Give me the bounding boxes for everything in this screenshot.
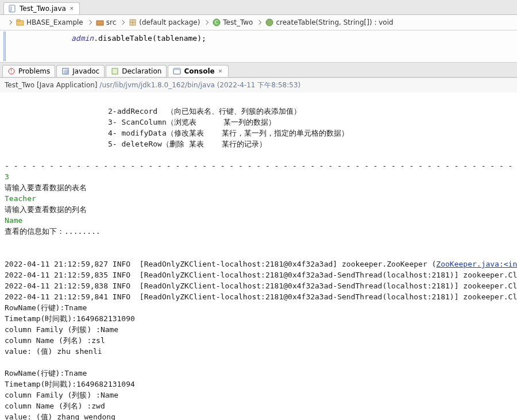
console-line: Timetamp(时间戳):1649682131094: [5, 380, 135, 388]
svg-text:J: J: [10, 6, 11, 11]
chevron-right-icon: [7, 20, 12, 25]
breadcrumb-src[interactable]: src: [96, 18, 117, 26]
folder-icon: [96, 18, 104, 26]
console-line: column Family (列簇) :Name: [5, 325, 118, 334]
method-icon: [265, 18, 273, 26]
class-icon: C: [213, 18, 221, 26]
editor-tab-label: Test_Two.java: [20, 5, 66, 13]
tab-console-label: Console: [184, 67, 214, 75]
tab-javadoc[interactable]: @ Javadoc: [56, 65, 105, 77]
console-input: Teacher: [5, 194, 36, 203]
console-line: RowName(行键):Tname: [5, 303, 87, 312]
console-log: 2022-04-11 21:12:59,827 INFO [ReadOnlyZK…: [5, 260, 436, 268]
breadcrumb: HBASE_Example src (default package) C Te…: [0, 15, 517, 30]
svg-text:!: !: [10, 69, 12, 74]
console-line: RowName(行键):Tname: [5, 369, 87, 377]
breadcrumb-package-label: (default package): [139, 18, 200, 26]
console-log: 2022-04-11 21:12:59,838 INFO [ReadOnlyZK…: [5, 282, 517, 290]
chevron-right-icon: [257, 20, 261, 25]
console-line: 4- modifyData（修改某表 某行，某一列，指定的单元格的数据）: [108, 129, 349, 137]
breadcrumb-method-label: createTable(String, String[]) : void: [276, 18, 393, 26]
code-rest: .disableTable(tablename);: [94, 34, 206, 43]
breadcrumb-method[interactable]: createTable(String, String[]) : void: [265, 18, 393, 26]
launch-time: (2022-4-11 下午8:58:53): [217, 81, 301, 89]
console-line: 查看的信息如下：........: [5, 227, 101, 236]
console-input: Name: [5, 216, 22, 225]
svg-text:C: C: [215, 20, 218, 25]
console-line: value: (值) zhang wendong: [5, 413, 115, 420]
svg-text:@: @: [64, 69, 68, 74]
console-line: Timetamp(时间戳):1649682131090: [5, 314, 135, 323]
package-icon: [129, 18, 137, 26]
console-line: 5- deleteRow（删除 某表 某行的记录）: [108, 140, 267, 148]
console-input: 3: [5, 172, 9, 181]
console-line: - - - - - - - - - - - - - - - - - - - - …: [5, 161, 517, 170]
console-line: 2-addRecord （向已知表名、行键、列簇的表添加值）: [108, 107, 301, 115]
editor-tabbar: J Test_Two.java ✕: [0, 0, 517, 15]
console-line: value: (值) zhu shenli: [5, 347, 102, 356]
tab-console[interactable]: Console ✕: [168, 65, 228, 77]
console-launch-info: Test_Two [Java Application] /usr/lib/jvm…: [0, 78, 517, 93]
console-log: 2022-04-11 21:12:59,835 INFO [ReadOnlyZK…: [5, 271, 517, 279]
launch-path: /usr/lib/jvm/jdk1.8.0_162/bin/java: [99, 81, 215, 89]
tab-declaration-label: Declaration: [122, 67, 161, 75]
svg-rect-17: [173, 68, 180, 70]
chevron-right-icon: [204, 20, 209, 25]
close-icon[interactable]: ✕: [218, 68, 223, 74]
editor-ruler: [3, 32, 6, 61]
breadcrumb-package[interactable]: (default package): [129, 18, 200, 26]
tab-problems-label: Problems: [18, 67, 50, 75]
svg-rect-15: [112, 68, 118, 74]
console-line: column Name (列名) :zsl: [5, 336, 105, 345]
console-line: column Name (列名) :zwd: [5, 402, 105, 410]
breadcrumb-project-label: HBASE_Example: [26, 18, 83, 26]
breadcrumb-src-label: src: [106, 18, 117, 26]
chevron-right-icon: [87, 20, 91, 25]
svg-rect-3: [17, 20, 20, 21]
project-icon: [16, 18, 24, 26]
tab-problems[interactable]: ! Problems: [2, 65, 55, 77]
editor-tab-file[interactable]: J Test_Two.java ✕: [3, 2, 80, 14]
console-output[interactable]: 2-addRecord （向已知表名、行键、列簇的表添加值） 3- ScanCo…: [0, 93, 517, 420]
breadcrumb-class-label: Test_Two: [223, 18, 253, 26]
console-line: 请输入要查看数据的列名: [5, 205, 87, 214]
views-tabbar: ! Problems @ Javadoc Declaration Console…: [0, 63, 517, 78]
tab-declaration[interactable]: Declaration: [106, 65, 167, 77]
launch-app: Test_Two [Java Application]: [5, 81, 98, 89]
breadcrumb-class[interactable]: C Test_Two: [213, 18, 253, 26]
breadcrumb-project[interactable]: HBASE_Example: [16, 18, 83, 26]
java-file-icon: J: [9, 5, 17, 13]
declaration-icon: [111, 67, 119, 75]
close-icon[interactable]: ✕: [69, 6, 75, 11]
console-line: column Family (列簇) :Name: [5, 391, 118, 399]
svg-rect-4: [97, 21, 103, 25]
javadoc-icon: @: [61, 67, 70, 75]
console-icon: [173, 67, 181, 75]
chevron-right-icon: [120, 20, 125, 25]
problems-icon: !: [7, 67, 16, 75]
console-line: 请输入要查看数据的表名: [5, 183, 87, 192]
code-line: admin.disableTable(tablename);: [14, 34, 517, 43]
code-editor[interactable]: admin.disableTable(tablename);: [0, 30, 517, 63]
tab-javadoc-label: Javadoc: [72, 67, 99, 75]
code-object: admin: [71, 34, 94, 43]
console-line: 3- ScanColumn（浏览表 某一列的数据）: [108, 118, 276, 126]
svg-point-10: [266, 19, 273, 26]
console-log: 2022-04-11 21:12:59,841 INFO [ReadOnlyZK…: [5, 292, 517, 301]
console-log-link[interactable]: ZooKeeper.java:<init>: [436, 260, 517, 268]
